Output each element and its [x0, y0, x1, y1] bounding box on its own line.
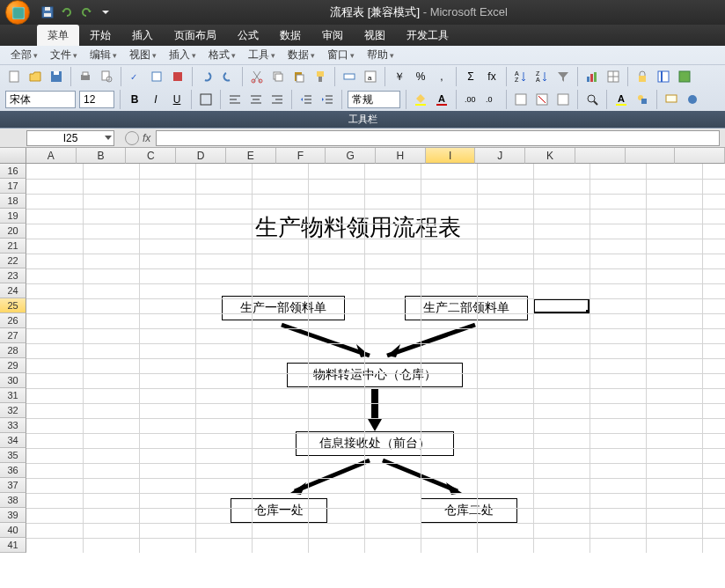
row-header-22[interactable]: 22 — [0, 254, 26, 268]
row-header-20[interactable]: 20 — [0, 224, 26, 239]
row-header-29[interactable]: 29 — [0, 358, 26, 373]
active-cell[interactable] — [533, 298, 590, 313]
row-header-21[interactable]: 21 — [0, 239, 26, 254]
row-header-19[interactable]: 19 — [0, 209, 26, 224]
insert-cells-icon[interactable] — [512, 91, 530, 108]
paste-icon[interactable] — [290, 68, 308, 85]
percent-icon[interactable]: % — [412, 68, 429, 85]
font-color-icon[interactable]: A — [433, 91, 450, 108]
tab-dev[interactable]: 开发工具 — [396, 25, 459, 46]
indent-inc-icon[interactable] — [319, 91, 336, 108]
col-header-H[interactable]: H — [376, 148, 426, 164]
row-header-33[interactable]: 33 — [0, 418, 26, 433]
thesaurus-icon[interactable] — [169, 68, 187, 85]
sum-icon[interactable]: Σ — [462, 68, 480, 85]
inc-decimal-icon[interactable]: .0 — [483, 91, 501, 108]
row-header-28[interactable]: 28 — [0, 343, 26, 358]
row-header-30[interactable]: 30 — [0, 373, 26, 388]
freeze-icon[interactable] — [655, 68, 672, 85]
col-header-blank[interactable] — [675, 148, 725, 164]
row-header-24[interactable]: 24 — [0, 283, 26, 298]
border-icon[interactable] — [197, 91, 215, 108]
font-name-box[interactable]: 宋体 — [5, 91, 76, 108]
row-header-26[interactable]: 26 — [0, 313, 26, 328]
name-box[interactable]: I25 — [26, 130, 114, 146]
chart-icon[interactable] — [583, 68, 601, 85]
center-icon[interactable]: a — [362, 68, 379, 85]
undo-icon[interactable] — [60, 5, 74, 19]
col-header-B[interactable]: B — [77, 148, 127, 164]
qat-dropdown-icon[interactable] — [99, 5, 113, 19]
format-painter-icon[interactable] — [311, 68, 329, 85]
underline-icon[interactable]: U — [168, 91, 186, 108]
print-icon[interactable] — [77, 68, 94, 85]
flow-box-dept1[interactable]: 生产一部领料单 — [222, 296, 345, 320]
flow-box-wh1[interactable]: 仓库一处 — [231, 498, 327, 523]
link-icon[interactable] — [684, 91, 701, 108]
spreadsheet-grid[interactable]: ABCDEFGHIJK 1617181920212223242526272829… — [0, 148, 725, 553]
save-icon[interactable] — [40, 5, 55, 19]
cells-area[interactable]: 生产物料领用流程表 生产一部领料单 生产二部领料单 物料转运中心（仓库） 信息接… — [26, 164, 725, 553]
menu-edit[interactable]: 编辑▾ — [84, 46, 122, 64]
delete-cells-icon[interactable] — [533, 91, 551, 108]
row-header-39[interactable]: 39 — [0, 508, 26, 523]
menu-file[interactable]: 文件▾ — [45, 46, 83, 64]
row-header-36[interactable]: 36 — [0, 463, 26, 478]
row-header-25[interactable]: 25 — [0, 298, 26, 313]
copy-icon[interactable] — [269, 68, 287, 85]
tab-view[interactable]: 视图 — [354, 25, 396, 46]
filter-icon[interactable] — [554, 68, 572, 85]
menu-all[interactable]: 全部▾ — [5, 46, 43, 64]
pivot-icon[interactable] — [604, 68, 622, 85]
fx-label[interactable]: fx — [143, 132, 150, 144]
col-header-J[interactable]: J — [475, 148, 525, 164]
col-header-E[interactable]: E — [226, 148, 276, 164]
protect-icon[interactable] — [633, 68, 651, 85]
col-header-blank[interactable] — [575, 148, 626, 164]
row-header-40[interactable]: 40 — [0, 523, 26, 538]
align-right-icon[interactable] — [268, 91, 286, 108]
tab-layout[interactable]: 页面布局 — [164, 25, 227, 46]
cut-icon[interactable] — [248, 68, 266, 85]
row-header-38[interactable]: 38 — [0, 493, 26, 508]
window-icon[interactable] — [676, 68, 693, 85]
row-header-32[interactable]: 32 — [0, 403, 26, 418]
tab-review[interactable]: 审阅 — [311, 25, 354, 46]
row-header-18[interactable]: 18 — [0, 194, 26, 209]
col-header-F[interactable]: F — [276, 148, 326, 164]
comment-icon[interactable] — [663, 91, 680, 108]
row-header-23[interactable]: 23 — [0, 268, 26, 283]
tab-data[interactable]: 数据 — [269, 25, 311, 46]
open-file-icon[interactable] — [26, 68, 44, 85]
undo-ribbon-icon[interactable] — [198, 68, 216, 85]
indent-dec-icon[interactable] — [297, 91, 315, 108]
save-file-icon[interactable] — [48, 68, 65, 85]
fx-icon[interactable]: fx — [483, 68, 501, 85]
row-header-17[interactable]: 17 — [0, 179, 26, 194]
sort-asc-icon[interactable]: AZ — [512, 68, 530, 85]
col-header-G[interactable]: G — [326, 148, 376, 164]
align-center-icon[interactable] — [247, 91, 265, 108]
tab-formulas[interactable]: 公式 — [227, 25, 269, 46]
new-file-icon[interactable] — [5, 68, 23, 85]
font-size-box[interactable]: 12 — [79, 91, 114, 108]
fx-button-circle[interactable] — [125, 131, 139, 145]
col-header-I[interactable]: I — [426, 148, 476, 164]
formula-input[interactable] — [156, 130, 720, 146]
row-header-27[interactable]: 27 — [0, 328, 26, 343]
flow-box-dept2[interactable]: 生产二部领料单 — [405, 296, 528, 320]
menu-window[interactable]: 窗口▾ — [322, 46, 360, 64]
menu-tools[interactable]: 工具▾ — [243, 46, 281, 64]
office-button[interactable] — [0, 0, 35, 25]
redo-ribbon-icon[interactable] — [219, 68, 237, 85]
comma-icon[interactable]: , — [433, 68, 450, 85]
tab-menu[interactable]: 菜单 — [37, 25, 79, 46]
redo-icon[interactable] — [79, 5, 93, 19]
merge-icon[interactable] — [341, 68, 358, 85]
spell-check-icon[interactable]: ✓ — [127, 68, 144, 85]
flow-box-wh2[interactable]: 仓库二处 — [421, 498, 517, 523]
style-box[interactable]: 常规 — [348, 91, 400, 108]
flow-box-reception[interactable]: 信息接收处（前台） — [296, 431, 454, 456]
menu-help[interactable]: 帮助▾ — [362, 46, 399, 64]
row-header-41[interactable]: 41 — [0, 538, 26, 553]
